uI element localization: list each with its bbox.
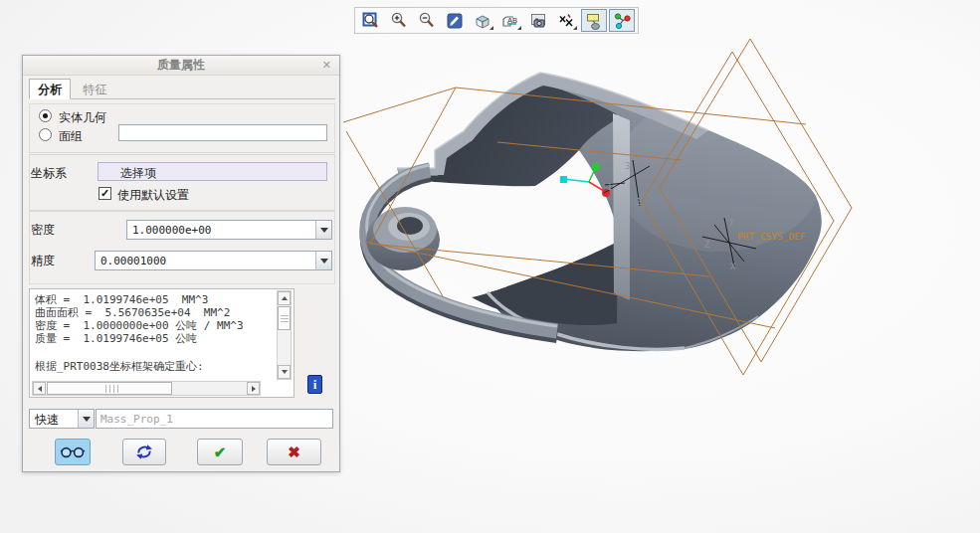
dialog-titlebar[interactable]: 质量属性 ✕ (23, 56, 339, 76)
application-window: 1 2 3 Z X Y PRT_CSYS_DEF (0, 0, 980, 533)
csys-display-button[interactable] (609, 9, 635, 32)
repaint-icon (445, 11, 465, 31)
cg-axis-label-3: 3 (625, 161, 630, 171)
results-vertical-scrollbar[interactable] (277, 290, 292, 380)
density-dropdown-icon[interactable] (315, 221, 331, 239)
solid-geometry-radio[interactable] (39, 109, 52, 122)
model-cut-face[interactable] (613, 113, 630, 300)
close-icon[interactable]: ✕ (322, 59, 331, 72)
result-note: 根据_PRT0038坐标框架确定重心: (35, 359, 204, 374)
scroll-down-icon[interactable] (278, 365, 291, 379)
zoom-out-icon (417, 11, 437, 31)
repeat-button[interactable] (122, 439, 166, 465)
density-combo[interactable]: 1.000000e+00 (126, 220, 332, 240)
scroll-left-icon[interactable] (33, 382, 46, 395)
dialog-title: 质量属性 (157, 57, 205, 74)
svg-text:AB: AB (507, 15, 517, 24)
use-default-label: 使用默认设置 (117, 187, 189, 204)
repaint-button[interactable] (442, 9, 468, 32)
datum-display-filters-button[interactable] (553, 9, 579, 32)
datum-display-filters-icon (556, 11, 576, 31)
quilt-label: 面组 (59, 128, 83, 145)
annotation-orientation-icon: AB (499, 11, 521, 31)
quilt-radio[interactable] (39, 128, 52, 141)
dialog-tabs: 分析 特征 (29, 79, 335, 99)
analysis-name-input[interactable] (96, 409, 333, 429)
csys-display-icon (612, 11, 632, 31)
analysis-type-combo[interactable]: 快速 (29, 409, 95, 429)
cg-z-handle (560, 176, 567, 183)
view-toolbar: AB (354, 7, 639, 34)
results-area[interactable]: 体积 = 1.0199746e+05 MM^3 曲面面积 = 5.5670635… (29, 288, 294, 398)
density-label: 密度 (31, 222, 55, 239)
use-default-checkbox[interactable] (98, 187, 111, 200)
saved-view-list-button[interactable] (525, 9, 551, 32)
cg-y-handle (592, 163, 600, 171)
result-volume: 体积 = 1.0199746e+05 MM^3 (35, 293, 208, 306)
display-style-button[interactable] (470, 9, 495, 32)
csys-axis-label-z: Z (704, 240, 710, 250)
ok-button[interactable]: ✔ (197, 439, 243, 465)
csys-axis-label-y: Y (729, 218, 735, 228)
annotation-display-icon (584, 11, 604, 31)
quilt-selector-field[interactable] (118, 124, 327, 141)
zoom-window-button[interactable] (358, 9, 384, 32)
solid-geometry-label: 实体几何 (59, 109, 106, 126)
glasses-icon (60, 445, 86, 459)
accuracy-dropdown-icon[interactable] (315, 252, 331, 269)
display-style-icon (473, 11, 492, 31)
cg-axis-label-2: 2 (636, 197, 641, 207)
accuracy-combo[interactable]: 0.00001000 (95, 251, 332, 270)
preview-button[interactable] (55, 439, 91, 465)
csys-selector-field[interactable]: 选择项 (98, 162, 327, 181)
cancel-x-icon: ✖ (288, 444, 300, 461)
csys-axis-label-x: X (730, 262, 736, 271)
density-value: 1.000000e+00 (127, 221, 315, 239)
accuracy-label: 精度 (31, 253, 55, 269)
saved-view-list-icon (528, 11, 548, 31)
tab-analysis[interactable]: 分析 (29, 79, 71, 99)
cg-axis-label-1: 1 (607, 182, 612, 192)
zoom-in-icon (389, 11, 409, 31)
mass-properties-dialog: 质量属性 ✕ 分析 特征 实体几何 面组 坐标系 选择项 使用默认设置 密度 1… (22, 55, 340, 472)
vertical-scroll-thumb[interactable] (278, 306, 291, 330)
refresh-icon (134, 444, 154, 460)
check-icon: ✔ (214, 444, 227, 461)
scroll-right-icon[interactable] (247, 382, 260, 395)
zoom-in-button[interactable] (386, 9, 412, 32)
analysis-type-value: 快速 (30, 410, 78, 428)
csys-label: 坐标系 (31, 165, 67, 182)
results-horizontal-scrollbar[interactable] (32, 381, 261, 396)
csys-name-label[interactable]: PRT_CSYS_DEF (737, 231, 806, 242)
cancel-button[interactable]: ✖ (267, 439, 321, 465)
result-mass: 质量 = 1.0199746e+05 公吨 (35, 332, 197, 345)
tab-feature[interactable]: 特征 (75, 80, 114, 100)
scroll-up-icon[interactable] (278, 291, 291, 305)
result-surface-area: 曲面面积 = 5.5670635e+04 MM^2 (35, 306, 230, 319)
accuracy-value: 0.00001000 (96, 252, 315, 269)
info-button[interactable]: i (307, 375, 322, 394)
annotation-orientation-button[interactable]: AB (497, 9, 523, 32)
annotation-display-button[interactable] (581, 9, 607, 32)
horizontal-scroll-thumb[interactable] (47, 382, 172, 395)
analysis-type-dropdown-icon[interactable] (78, 410, 94, 428)
result-density: 密度 = 1.0000000e+00 公吨 / MM^3 (35, 319, 244, 332)
zoom-out-button[interactable] (414, 9, 440, 32)
zoom-window-icon (361, 11, 381, 31)
model-highlight (614, 96, 823, 252)
